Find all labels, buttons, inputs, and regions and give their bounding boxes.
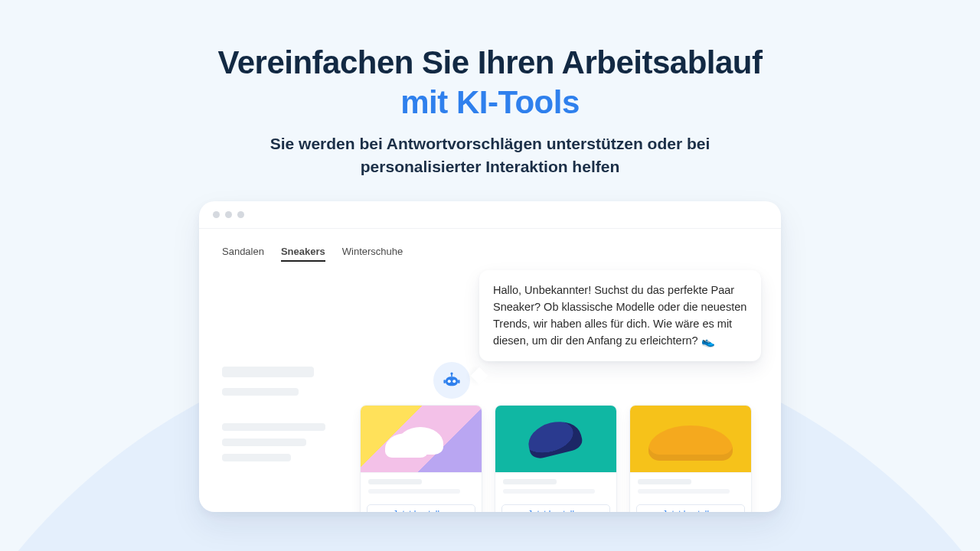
- product-card[interactable]: Jetzt bestellen: [629, 405, 752, 512]
- svg-point-4: [452, 380, 456, 383]
- skeleton-line: [222, 367, 314, 377]
- skeleton-line: [222, 454, 291, 461]
- skeleton-line: [368, 479, 422, 484]
- svg-rect-5: [443, 380, 445, 384]
- window-dot: [213, 211, 220, 218]
- tab-winterschuhe[interactable]: Winterschuhe: [342, 246, 403, 262]
- chatbot-avatar: [433, 362, 470, 399]
- browser-titlebar: [199, 201, 781, 229]
- headline-top: Vereinfachen Sie Ihren Arbeitsablauf: [217, 44, 762, 80]
- product-card[interactable]: Jetzt bestellen: [360, 405, 482, 512]
- sneaker-emoji: 👟: [701, 334, 715, 350]
- robot-icon: [442, 370, 462, 390]
- product-image: [361, 406, 482, 473]
- browser-mock: Sandalen Sneakers Winterschuhe Hallo,: [199, 201, 781, 512]
- skeleton-line: [222, 439, 306, 446]
- window-dot: [225, 211, 232, 218]
- subtitle-line-2: personalisierter Interaktion helfen: [361, 158, 619, 175]
- product-body: [495, 473, 616, 498]
- headline-accent: mit KI-Tools: [0, 84, 980, 121]
- tab-sneakers[interactable]: Sneakers: [281, 246, 325, 262]
- svg-rect-2: [446, 377, 458, 386]
- skeleton-line: [222, 423, 325, 431]
- product-image: [630, 406, 751, 473]
- product-body: [630, 473, 751, 498]
- svg-point-3: [448, 380, 451, 383]
- skeleton-line: [503, 489, 595, 494]
- order-button[interactable]: Jetzt bestellen: [367, 504, 475, 512]
- product-card[interactable]: Jetzt bestellen: [495, 405, 617, 512]
- window-dot: [237, 211, 244, 218]
- browser-content: Sandalen Sneakers Winterschuhe Hallo,: [199, 229, 781, 512]
- subtitle-line-1: Sie werden bei Antwortvorschlägen unters…: [270, 135, 710, 152]
- hero-section: Vereinfachen Sie Ihren Arbeitsablauf mit…: [0, 0, 980, 178]
- svg-rect-6: [458, 380, 459, 384]
- skeleton-line: [222, 388, 299, 396]
- skeleton-line: [638, 479, 691, 484]
- hero-headline: Vereinfachen Sie Ihren Arbeitsablauf mit…: [0, 44, 980, 122]
- order-button[interactable]: Jetzt bestellen: [501, 504, 610, 512]
- tab-sandalen[interactable]: Sandalen: [222, 246, 264, 262]
- product-body: [361, 473, 482, 498]
- svg-rect-1: [451, 374, 452, 377]
- filter-skeleton: [222, 367, 337, 461]
- category-tabs: Sandalen Sneakers Winterschuhe: [222, 246, 758, 262]
- product-suggestions: Jetzt bestellen Jetzt bestellen Jetzt be…: [360, 405, 752, 512]
- product-image: [495, 406, 616, 473]
- skeleton-line: [638, 489, 730, 494]
- skeleton-line: [368, 489, 460, 494]
- hero-subtitle: Sie werden bei Antwortvorschlägen unters…: [0, 132, 980, 179]
- order-button[interactable]: Jetzt bestellen: [636, 504, 745, 512]
- chatbot-message-bubble: Hallo, Unbekannter! Suchst du das perfek…: [479, 270, 761, 361]
- skeleton-line: [503, 479, 557, 484]
